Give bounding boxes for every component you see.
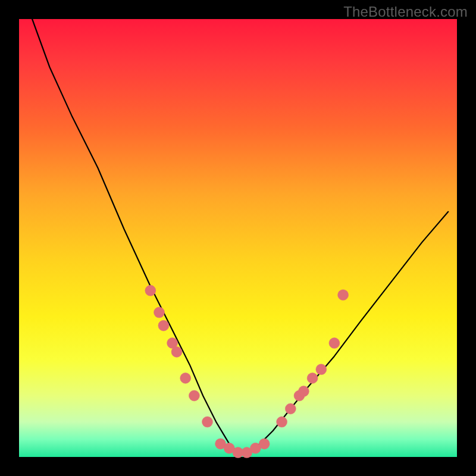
data-point-right-cluster-1 — [277, 416, 287, 427]
data-point-bottom-6 — [259, 439, 270, 449]
data-point-left-cluster-3 — [158, 320, 169, 331]
data-point-right-cluster-4 — [298, 386, 309, 397]
data-points-group — [145, 285, 349, 458]
plot-area — [19, 19, 457, 457]
data-point-right-cluster-6 — [316, 364, 327, 375]
data-point-left-cluster-8 — [202, 416, 213, 427]
watermark-text: TheBottleneck.com — [343, 4, 468, 20]
data-point-left-cluster-2 — [154, 307, 165, 318]
data-point-left-cluster-1 — [145, 285, 156, 296]
data-point-left-cluster-7 — [189, 390, 199, 401]
data-point-left-cluster-6 — [180, 373, 191, 384]
chart-svg — [19, 19, 457, 457]
chart-frame: TheBottleneck.com — [0, 0, 476, 476]
data-point-right-cluster-7 — [329, 338, 340, 349]
data-point-right-cluster-2 — [285, 403, 296, 414]
data-point-right-cluster-5 — [307, 373, 318, 384]
bottleneck-curve — [32, 19, 448, 453]
data-point-right-outlier — [338, 290, 349, 300]
data-point-left-cluster-5 — [171, 346, 182, 357]
